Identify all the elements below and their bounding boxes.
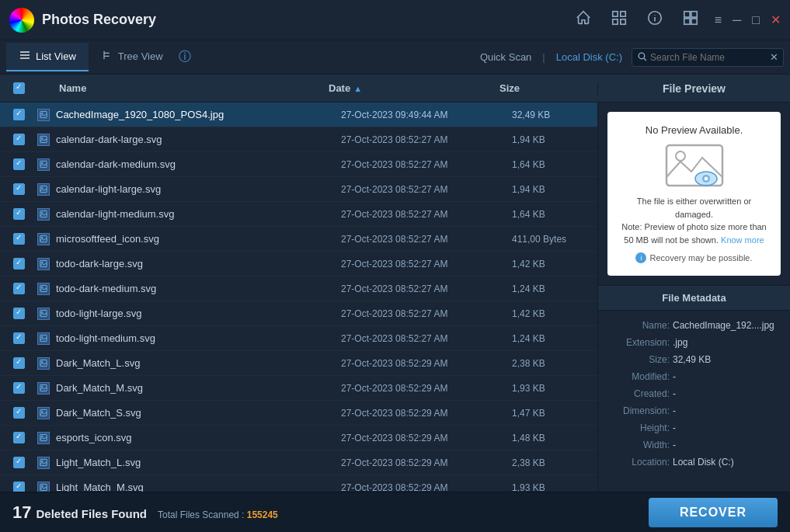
recover-button[interactable]: RECOVER — [649, 498, 778, 527]
nav-info-icon[interactable]: ⓘ — [179, 49, 191, 65]
tab-list-view[interactable]: List View — [6, 43, 89, 71]
meta-name-value: CachedImage_192....jpg — [673, 320, 774, 331]
app-logo — [9, 8, 34, 33]
row-date-col: 27-Oct-2023 08:52:29 AM — [341, 457, 512, 468]
minimize-button[interactable]: ─ — [733, 13, 741, 27]
scanned-line: Total Files Scanned : 155245 — [158, 509, 278, 520]
table-row[interactable]: Dark_Match_S.svg 27-Oct-2023 08:52:29 AM… — [0, 401, 597, 426]
row-checkbox[interactable] — [13, 283, 25, 294]
local-disk-label[interactable]: Local Disk (C:) — [547, 51, 632, 63]
row-checkbox[interactable] — [13, 357, 25, 369]
meta-width-value: - — [673, 440, 676, 450]
nav-right: Quick Scan | Local Disk (C:) ✕ — [471, 48, 790, 67]
table-row[interactable]: calendar-light-medium.svg 27-Oct-2023 08… — [0, 202, 597, 227]
table-row[interactable]: todo-light-large.svg 27-Oct-2023 08:52:2… — [0, 301, 597, 326]
meta-ext-value: .jpg — [673, 337, 687, 348]
home-icon[interactable] — [575, 9, 592, 30]
table-row[interactable]: todo-dark-large.svg 27-Oct-2023 08:52:27… — [0, 252, 597, 276]
no-preview-text: No Preview Available. — [646, 124, 743, 136]
info-toolbar-icon[interactable] — [646, 9, 663, 30]
row-checkbox[interactable] — [13, 332, 25, 344]
grid-icon[interactable] — [682, 9, 699, 30]
row-name-col: CachedImage_1920_1080_POS4.jpg — [37, 109, 341, 121]
row-checkbox-col — [0, 407, 37, 419]
row-checkbox[interactable] — [13, 233, 25, 245]
table-row[interactable]: Dark_Match_L.svg 27-Oct-2023 08:52:29 AM… — [0, 351, 597, 376]
file-type-icon — [37, 457, 50, 469]
file-name-text: Dark_Match_S.svg — [56, 407, 141, 419]
row-checkbox-col — [0, 109, 37, 120]
close-button[interactable]: ✕ — [771, 12, 781, 27]
row-checkbox[interactable] — [13, 158, 25, 170]
bottom-bar: 17 Deleted Files Found Total Files Scann… — [0, 492, 790, 532]
row-name-col: calendar-dark-medium.svg — [37, 158, 341, 171]
table-row[interactable]: Light_Match_M.svg 27-Oct-2023 08:52:29 A… — [0, 475, 597, 492]
table-row[interactable]: calendar-dark-medium.svg 27-Oct-2023 08:… — [0, 152, 597, 177]
file-type-icon — [37, 283, 50, 295]
search-input[interactable] — [650, 52, 767, 63]
file-preview-header-text: File Preview — [663, 82, 726, 95]
meta-modified-value: - — [673, 371, 676, 382]
select-all-checkbox[interactable] — [13, 82, 25, 94]
table-row[interactable]: Light_Match_L.svg 27-Oct-2023 08:52:29 A… — [0, 450, 597, 475]
hamburger-icon[interactable]: ≡ — [715, 13, 722, 27]
row-checkbox[interactable] — [13, 109, 25, 120]
row-name-col: Light_Match_L.svg — [37, 457, 341, 469]
row-checkbox[interactable] — [13, 407, 25, 419]
row-checkbox[interactable] — [13, 183, 25, 195]
row-checkbox[interactable] — [13, 432, 25, 443]
svg-rect-8 — [691, 12, 697, 17]
app-title: Photos Recovery — [42, 12, 575, 28]
table-row[interactable]: calendar-dark-large.svg 27-Oct-2023 08:5… — [0, 127, 597, 152]
row-checkbox[interactable] — [13, 382, 25, 394]
svg-point-46 — [41, 436, 43, 437]
main-area: CachedImage_1920_1080_POS4.jpg 27-Oct-20… — [0, 103, 790, 492]
row-name-col: calendar-light-large.svg — [37, 183, 341, 196]
row-checkbox[interactable] — [13, 208, 25, 220]
file-type-icon — [37, 382, 50, 395]
file-name-text: Dark_Match_M.svg — [56, 382, 143, 394]
row-date-col: 27-Oct-2023 08:52:29 AM — [341, 433, 512, 443]
meta-height-row: Height: - — [607, 419, 781, 436]
metadata-header: File Metadata — [598, 285, 790, 311]
row-size-col: 1,94 KB — [512, 184, 597, 195]
table-row[interactable]: microsoftfeed_icon.svg 27-Oct-2023 08:52… — [0, 227, 597, 252]
row-checkbox[interactable] — [13, 258, 25, 269]
maximize-button[interactable]: □ — [752, 13, 760, 27]
row-name-col: calendar-light-medium.svg — [37, 208, 341, 221]
file-name-text: calendar-dark-medium.svg — [56, 158, 176, 170]
search-icon — [637, 51, 647, 64]
scan-icon[interactable] — [611, 9, 628, 30]
header-date-col[interactable]: Date ▲ — [329, 82, 499, 94]
meta-modified-label: Modified: — [607, 371, 670, 382]
svg-point-22 — [41, 137, 43, 139]
row-checkbox-col — [0, 158, 37, 170]
row-checkbox[interactable] — [13, 308, 25, 319]
svg-point-28 — [41, 212, 43, 214]
svg-point-50 — [41, 485, 43, 487]
file-type-icon — [37, 158, 50, 171]
row-name-col: todo-dark-large.svg — [37, 258, 341, 270]
row-checkbox[interactable] — [13, 482, 25, 492]
table-row[interactable]: Dark_Match_M.svg 27-Oct-2023 08:52:29 AM… — [0, 376, 597, 401]
svg-rect-7 — [684, 12, 689, 17]
row-size-col: 411,00 Bytes — [512, 234, 597, 245]
table-row[interactable]: esports_icon.svg 27-Oct-2023 08:52:29 AM… — [0, 426, 597, 450]
know-more-link[interactable]: Know more — [721, 235, 764, 245]
table-row[interactable]: calendar-light-large.svg 27-Oct-2023 08:… — [0, 177, 597, 202]
svg-point-26 — [41, 187, 43, 189]
table-row[interactable]: CachedImage_1920_1080_POS4.jpg 27-Oct-20… — [0, 103, 597, 127]
meta-dimension-label: Dimension: — [607, 405, 670, 416]
search-clear-icon[interactable]: ✕ — [770, 51, 778, 63]
row-checkbox[interactable] — [13, 134, 25, 145]
svg-point-34 — [41, 287, 43, 288]
row-date-col: 27-Oct-2023 08:52:29 AM — [341, 408, 512, 419]
svg-point-42 — [41, 386, 43, 388]
row-checkbox[interactable] — [13, 457, 25, 468]
svg-point-48 — [41, 461, 43, 462]
table-row[interactable]: todo-dark-medium.svg 27-Oct-2023 08:52:2… — [0, 276, 597, 301]
meta-ext-row: Extension: .jpg — [607, 334, 781, 351]
tab-tree-view[interactable]: Tree View — [89, 43, 176, 71]
table-row[interactable]: todo-light-medium.svg 27-Oct-2023 08:52:… — [0, 326, 597, 351]
file-name-text: esports_icon.svg — [56, 432, 132, 443]
